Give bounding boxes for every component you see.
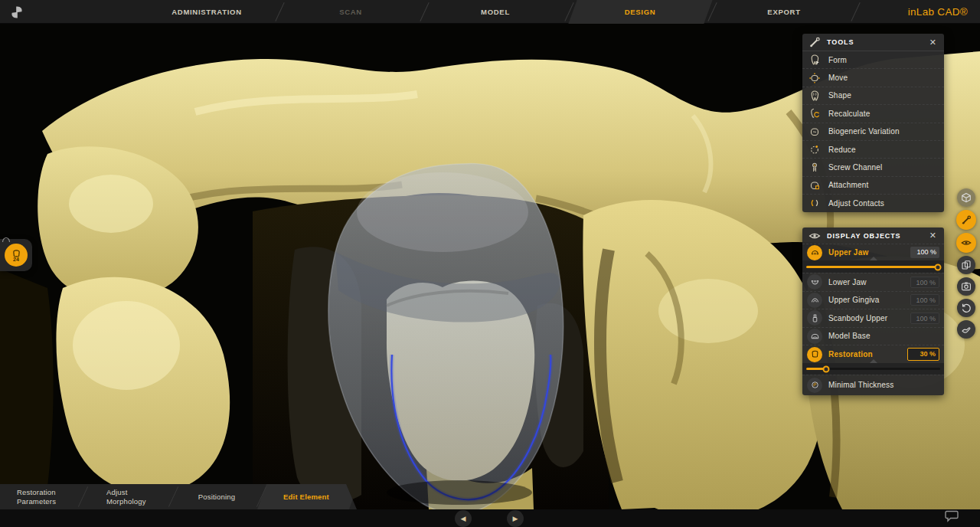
step-adjust-morphology[interactable]: Adjust Morphology: [106, 484, 157, 509]
crown-highlight: [357, 172, 528, 252]
display-row-minimal-thickness[interactable]: Minimal Thickness: [802, 375, 944, 394]
app-title: inLab CAD®: [908, 0, 968, 24]
dentsply-sirona-logo-icon: [9, 5, 24, 20]
model-base-icon: [807, 329, 822, 344]
workflow-step-bar: Restoration Parameters Adjust Morphology…: [0, 484, 357, 509]
copy-objects-icon: [961, 260, 972, 270]
display-row-label: Minimal Thickness: [828, 381, 939, 390]
lower-jaw-icon: [807, 274, 822, 290]
slider-knob[interactable]: [823, 366, 830, 373]
tab-design[interactable]: DESIGN: [625, 0, 656, 24]
opacity-value-lower-jaw[interactable]: 100 %: [910, 277, 939, 288]
opacity-value-scanbody[interactable]: 100 %: [910, 313, 939, 324]
tools-panel-header: TOOLS ✕: [802, 34, 944, 51]
view-cube-button[interactable]: [957, 188, 975, 207]
slider-track[interactable]: [806, 266, 940, 268]
tool-item-shape[interactable]: Shape: [802, 87, 944, 104]
step-divider: [168, 486, 178, 507]
tool-item-form[interactable]: Form: [802, 51, 944, 68]
slider-knob[interactable]: [935, 264, 942, 271]
previous-step-button[interactable]: ◀: [455, 510, 472, 527]
tab-model[interactable]: MODEL: [481, 0, 510, 24]
tooth-recalculate-icon: [808, 107, 821, 119]
upper-jaw-mini-icon: [2, 236, 11, 243]
display-row-lower-jaw[interactable]: Lower Jaw 100 %: [802, 273, 944, 291]
tooth-occlusal-icon: [808, 126, 821, 138]
tooth-position-badge[interactable]: 24: [0, 239, 32, 271]
display-row-label: Upper Jaw: [828, 248, 910, 257]
close-icon[interactable]: ✕: [928, 230, 938, 241]
tool-item-label: Form: [828, 56, 847, 64]
arrow-right-icon: ▶: [513, 515, 518, 522]
slider-fill: [806, 266, 940, 268]
display-objects-panel: DISPLAY OBJECTS ✕ Upper Jaw 100 % Lower …: [802, 227, 944, 395]
tooth-shape-icon: [808, 90, 821, 102]
snapshot-icon: [961, 281, 972, 292]
upper-jaw-opacity-slider[interactable]: [802, 260, 944, 273]
hand-support-button[interactable]: [957, 320, 975, 339]
feedback-comment-button[interactable]: [945, 510, 962, 524]
display-objects-toggle-button[interactable]: [956, 233, 976, 253]
tool-item-biogeneric-variation[interactable]: Biogeneric Variation: [802, 123, 944, 140]
slider-notch: [870, 359, 877, 363]
display-row-upper-gingiva[interactable]: Upper Gingiva 100 %: [802, 291, 944, 309]
tools-icon: [961, 214, 972, 225]
tool-item-label: Reduce: [828, 146, 856, 154]
step-restoration-parameters[interactable]: Restoration Parameters: [17, 484, 67, 509]
hand-support-icon: [961, 324, 972, 335]
tab-administration[interactable]: ADMINISTRATION: [172, 0, 241, 24]
tab-divider: [420, 2, 429, 21]
crown-icon: [807, 347, 822, 362]
next-step-button[interactable]: ▶: [507, 510, 524, 527]
top-nav-bar: ADMINISTRATION SCAN MODEL DESIGN EXPORT …: [0, 0, 980, 24]
opacity-value-upper-jaw[interactable]: 100 %: [910, 247, 939, 258]
opacity-value-upper-gingiva[interactable]: 100 %: [910, 294, 939, 306]
step-edit-element[interactable]: Edit Element: [283, 484, 329, 509]
undo-view-icon: [961, 303, 972, 313]
reduce-dashed-icon: [808, 143, 821, 155]
gingiva-icon: [807, 293, 822, 308]
tool-item-adjust-contacts[interactable]: Adjust Contacts: [802, 194, 944, 211]
tool-item-move[interactable]: Move: [802, 68, 944, 86]
tool-item-reduce[interactable]: Reduce: [802, 140, 944, 158]
view-cube-icon: [961, 192, 972, 203]
display-row-label: Lower Jaw: [828, 278, 910, 287]
tools-panel: TOOLS ✕ Form Move Shape Recalculate: [802, 34, 944, 212]
tooth-form-icon: [808, 54, 821, 66]
display-objects-eye-icon: [961, 237, 972, 248]
tool-item-label: Move: [828, 74, 848, 82]
contacts-brackets-icon: [808, 197, 821, 209]
upper-jaw-icon: [807, 245, 822, 260]
display-row-label: Upper Gingiva: [828, 296, 910, 305]
tool-item-attachment[interactable]: Attachment: [802, 176, 944, 194]
display-row-scanbody-upper[interactable]: Scanbody Upper 100 %: [802, 309, 944, 327]
tab-scan[interactable]: SCAN: [339, 0, 362, 24]
attachment-icon: [808, 179, 821, 191]
tool-item-recalculate[interactable]: Recalculate: [802, 104, 944, 122]
undo-view-button[interactable]: [957, 299, 975, 317]
tool-item-label: Attachment: [828, 181, 869, 189]
restoration-tooth-button[interactable]: 24: [5, 244, 28, 267]
opacity-value-restoration[interactable]: 30 %: [907, 348, 939, 361]
display-objects-header: DISPLAY OBJECTS ✕: [802, 227, 944, 244]
close-icon[interactable]: ✕: [928, 37, 938, 48]
crown-bottom-shadow: [387, 480, 532, 505]
left-shadow: [0, 269, 54, 509]
step-positioning[interactable]: Positioning: [198, 484, 236, 509]
tools-toggle-button[interactable]: [956, 210, 976, 230]
copy-objects-button[interactable]: [957, 256, 975, 274]
display-row-label: Model Base: [828, 332, 939, 341]
restoration-opacity-slider[interactable]: [802, 363, 944, 375]
tools-icon: [808, 36, 821, 48]
tooth-highlight: [69, 175, 153, 233]
display-row-model-base[interactable]: Model Base: [802, 327, 944, 345]
tooth-number: 24: [13, 257, 19, 262]
snapshot-button[interactable]: [957, 277, 975, 296]
tab-export[interactable]: EXPORT: [767, 0, 800, 24]
tool-item-screw-channel[interactable]: Screw Channel: [802, 158, 944, 175]
tool-item-label: Biogeneric Variation: [828, 127, 900, 136]
tooth-highlight: [73, 301, 180, 390]
slider-track[interactable]: [806, 368, 940, 370]
tool-item-label: Shape: [828, 91, 851, 100]
display-row-label: Restoration: [828, 350, 907, 359]
